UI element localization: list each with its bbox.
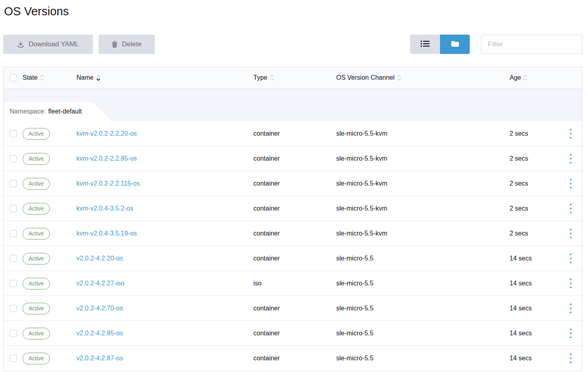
namespace-label: Namespace:: [10, 108, 46, 115]
age-cell: 2 secs: [510, 230, 559, 237]
age-cell: 14 secs: [510, 355, 559, 362]
status-badge: Active: [23, 303, 50, 314]
table-row: Active kvm-v2.0.4-3.5.19-os container sl…: [4, 221, 582, 246]
list-icon: [421, 40, 430, 48]
select-all-checkbox[interactable]: [10, 74, 17, 81]
download-yaml-button[interactable]: Download YAML: [3, 35, 93, 54]
sort-icon-state: [40, 74, 44, 81]
channel-cell: sle-micro-5.5: [336, 280, 510, 287]
status-badge: Active: [23, 353, 50, 364]
folder-icon: [451, 41, 459, 48]
channel-cell: sle-micro-5.5: [336, 355, 510, 362]
grouped-view-button[interactable]: [440, 35, 470, 54]
row-actions-button[interactable]: [567, 252, 575, 265]
sort-icon-age: [523, 74, 528, 81]
download-icon: [17, 41, 24, 48]
channel-cell: sle-micro-5.5: [336, 305, 510, 312]
age-cell: 14 secs: [510, 280, 559, 287]
channel-cell: sle-micro-5.5: [336, 255, 510, 262]
row-select-cell: [4, 230, 23, 237]
kebab-icon: [570, 229, 572, 230]
state-cell: Active: [23, 255, 76, 262]
age-cell: 2 secs: [510, 155, 559, 162]
kebab-icon: [570, 279, 572, 280]
list-view-button[interactable]: [410, 35, 440, 54]
os-version-link[interactable]: kvm-v2.0.4-3.5.2-os: [76, 205, 133, 212]
row-actions-button[interactable]: [567, 127, 575, 140]
name-cell: kvm-v2.0.2-2.2.115-os: [76, 180, 253, 187]
row-actions-button[interactable]: [567, 277, 575, 290]
state-cell: Active: [23, 155, 76, 162]
row-checkbox[interactable]: [10, 130, 17, 137]
status-badge: Active: [23, 278, 50, 289]
os-version-link[interactable]: kvm-v2.0.4-3.5.19-os: [76, 230, 137, 237]
row-select-cell: [4, 330, 23, 337]
name-cell: v2.0.2-4.2.70-os: [76, 305, 253, 312]
type-cell: container: [253, 330, 336, 337]
column-header-os-version-channel[interactable]: OS Version Channel: [336, 74, 510, 81]
delete-button[interactable]: Delete: [99, 35, 155, 54]
name-cell: kvm-v2.0.2-2.2.85-os: [76, 155, 253, 162]
row-actions-button[interactable]: [567, 327, 575, 340]
os-versions-table: State Name Type: [3, 67, 582, 371]
sort-icon-name-active: [96, 74, 101, 81]
row-checkbox[interactable]: [10, 330, 17, 337]
row-actions-button[interactable]: [567, 227, 575, 240]
row-actions-button[interactable]: [567, 152, 575, 165]
column-header-state[interactable]: State: [23, 74, 76, 81]
table-row: Active kvm-v2.0.2-2.2.85-os container sl…: [4, 146, 582, 171]
name-cell: kvm-v2.0.2-2.2.20-os: [76, 130, 253, 137]
channel-cell: sle-micro-5.5-kvm: [336, 180, 510, 187]
os-version-link[interactable]: v2.0.2-4.2.70-os: [76, 305, 123, 312]
kebab-icon: [570, 329, 572, 330]
filter-input[interactable]: [481, 35, 582, 54]
state-cell: Active: [23, 180, 76, 187]
os-version-link[interactable]: v2.0.2-4.2.20-os: [76, 255, 123, 262]
channel-cell: sle-micro-5.5-kvm: [336, 230, 510, 237]
select-all-cell: [4, 74, 23, 81]
row-checkbox[interactable]: [10, 180, 17, 187]
view-mode-toggle: [410, 35, 470, 54]
row-checkbox[interactable]: [10, 205, 17, 212]
row-actions-button[interactable]: [567, 302, 575, 315]
kebab-icon: [570, 204, 572, 205]
column-header-age[interactable]: Age: [510, 74, 559, 81]
table-row: Active kvm-v2.0.2-2.2.115-os container s…: [4, 171, 582, 196]
row-checkbox[interactable]: [10, 305, 17, 312]
name-cell: v2.0.2-4.2.85-os: [76, 330, 253, 337]
table-row: Active v2.0.2-4.2.70-os container sle-mi…: [4, 296, 582, 321]
row-actions-button[interactable]: [567, 177, 575, 190]
age-cell: 2 secs: [510, 180, 559, 187]
row-actions-button[interactable]: [567, 352, 575, 365]
os-version-link[interactable]: kvm-v2.0.2-2.2.115-os: [76, 180, 140, 187]
type-cell: iso: [253, 280, 336, 287]
row-checkbox[interactable]: [10, 255, 17, 262]
column-header-name[interactable]: Name: [76, 74, 253, 81]
os-version-link[interactable]: v2.0.2-4.2.87-os: [76, 355, 123, 362]
name-cell: v2.0.2-4.2.27-iso: [76, 280, 253, 287]
row-select-cell: [4, 255, 23, 262]
os-version-link[interactable]: v2.0.2-4.2.85-os: [76, 330, 123, 337]
kebab-icon: [570, 129, 572, 130]
row-select-cell: [4, 155, 23, 162]
status-badge: Active: [23, 328, 50, 339]
os-versions-page: OS Versions Download YAML: [0, 0, 588, 371]
row-checkbox[interactable]: [10, 230, 17, 237]
type-cell: container: [253, 180, 336, 187]
table-row: Active v2.0.2-4.2.20-os container sle-mi…: [4, 246, 582, 271]
os-version-link[interactable]: kvm-v2.0.2-2.2.20-os: [76, 130, 137, 137]
status-badge: Active: [23, 178, 50, 190]
row-checkbox[interactable]: [10, 355, 17, 362]
os-version-link[interactable]: kvm-v2.0.2-2.2.85-os: [76, 155, 137, 162]
state-cell: Active: [23, 280, 76, 287]
row-select-cell: [4, 180, 23, 187]
table-row: Active v2.0.2-4.2.87-os container sle-mi…: [4, 346, 582, 371]
table-row: Active v2.0.2-4.2.85-os container sle-mi…: [4, 321, 582, 346]
os-version-link[interactable]: v2.0.2-4.2.27-iso: [76, 280, 124, 287]
row-checkbox[interactable]: [10, 280, 17, 287]
row-actions-button[interactable]: [567, 202, 575, 215]
age-cell: 14 secs: [510, 305, 559, 312]
bulk-actions: Download YAML Delete: [3, 35, 155, 54]
row-checkbox[interactable]: [10, 155, 17, 162]
column-header-type[interactable]: Type: [253, 74, 336, 81]
